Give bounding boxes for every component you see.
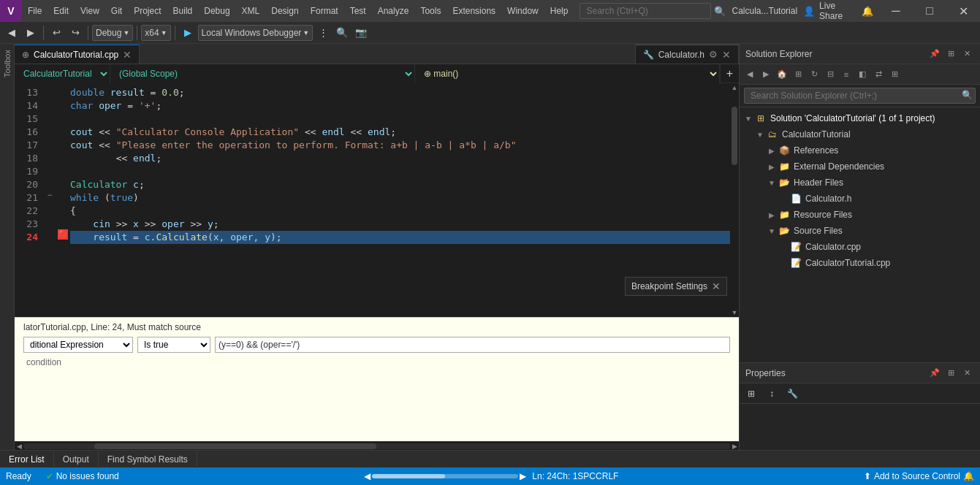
tab-h-close[interactable]: ✕ [722,49,731,61]
nav-member-select[interactable]: (Global Scope) [110,64,415,83]
hscroll-thumb[interactable] [94,443,377,449]
prop-wrench-btn[interactable]: 🔧 [783,386,801,402]
menu-tools[interactable]: Tools [414,0,447,22]
se-pin-button[interactable]: 📌 [927,47,942,61]
nav-function-select[interactable]: ⊕ main() [415,64,720,83]
maximize-button[interactable]: □ [913,0,946,22]
tab-error-list[interactable]: Error List [0,451,54,468]
toolbar-back-btn[interactable]: ◀ [3,24,20,42]
menu-xml[interactable]: XML [236,0,266,22]
status-progress-bar [372,474,518,478]
tab-find-symbol[interactable]: Find Symbol Results [99,451,197,468]
tree-calculator-cpp[interactable]: 📝 Calculator.cpp [740,239,980,255]
menu-view[interactable]: View [75,0,105,22]
menu-analyze[interactable]: Analyze [372,0,415,22]
menu-test[interactable]: Test [344,0,372,22]
tree-ext-deps[interactable]: ▶ 📁 External Dependencies [740,159,980,175]
tree-resource-files[interactable]: ▶ 📁 Resource Files [740,207,980,223]
debug-mode-arrow: ▼ [123,29,129,37]
tab-output[interactable]: Output [54,451,99,468]
hscroll-left[interactable]: ◀ [15,442,23,451]
se-view-btn[interactable]: ◧ [855,67,870,82]
toolbar-undo-btn[interactable]: ↩ [48,24,65,42]
tree-references[interactable]: ▶ 📦 References [740,142,980,159]
se-switch-btn[interactable]: ⇄ [871,67,886,82]
toolbox-panel: Toolbox [0,44,15,450]
toolbar-extra-btn[interactable]: ⋮ [314,24,332,42]
run-dropdown[interactable]: Local Windows Debugger ▼ [198,25,314,41]
prop-grid-btn[interactable]: ⊞ [742,386,760,402]
tab-calculator-h[interactable]: 🔧 Calculator.h ⚙ ✕ [636,45,739,64]
tree-references-label: References [794,145,838,156]
se-refresh-btn[interactable]: ↻ [807,67,821,82]
status-check-icon: ✔ [46,471,53,481]
vscroll-down[interactable]: ▼ [730,308,739,317]
tree-solution[interactable]: ▼ ⊞ Solution 'CalculatorTutorial' (1 of … [740,110,980,126]
nav-scope-select[interactable]: CalculatorTutorial [15,64,110,83]
prop-close-button[interactable]: ✕ [960,366,974,381]
menu-project[interactable]: Project [128,0,167,22]
platform-arrow: ▼ [161,29,167,37]
menu-help[interactable]: Help [544,0,574,22]
tree-calculator-h[interactable]: 📄 Calculator.h [740,191,980,207]
toolbar-search-btn[interactable]: 🔍 [333,24,351,42]
tree-header-files[interactable]: ▼ 📂 Header Files [740,175,980,191]
tree-project[interactable]: ▼ 🗂 CalculatorTutorial [740,126,980,142]
se-search-input[interactable] [744,88,976,104]
ext-deps-icon: 📁 [778,160,791,173]
bp-condition-select[interactable]: Is true [137,337,210,353]
tree-project-arrow: ▼ [754,131,766,139]
vscroll-thumb[interactable] [732,107,737,165]
breakpoint-settings-close[interactable]: ✕ [712,280,721,292]
tree-source-files[interactable]: ▼ 📂 Source Files [740,223,980,239]
liveshare-label[interactable]: Live Share [819,1,857,21]
toolbar-camera-btn[interactable]: 📷 [352,24,370,42]
tab-h-settings[interactable]: ⚙ [709,49,718,60]
se-settings-btn[interactable]: ⊞ [887,67,902,82]
hscroll-track[interactable] [23,443,730,449]
menu-window[interactable]: Window [501,0,544,22]
prop-pin-button[interactable]: 📌 [927,366,942,381]
minimize-button[interactable]: ─ [879,0,913,22]
prop-dock-button[interactable]: ⊞ [943,366,958,381]
breakpoint-settings-popup: Breakpoint Settings ✕ [625,277,727,296]
hscroll-right[interactable]: ▶ [730,442,739,451]
nav-add-button[interactable]: + [720,64,739,83]
se-forward-btn[interactable]: ▶ [759,67,773,82]
tab-calculator-tutorial-close[interactable]: ✕ [123,49,132,61]
bp-type-select[interactable]: ditional Expression [23,337,133,353]
toolbar-redo-btn[interactable]: ↪ [67,24,84,42]
status-issues: ✔ No issues found [46,471,119,481]
se-close-button[interactable]: ✕ [960,47,974,61]
vscroll-up[interactable]: ▲ [730,83,739,92]
vscroll-track[interactable] [730,92,739,308]
se-home-btn[interactable]: 🏠 [775,67,789,82]
menu-file[interactable]: File [22,0,48,22]
debug-mode-dropdown[interactable]: Debug ▼ [92,25,133,41]
menu-edit[interactable]: Edit [48,0,75,22]
search-input[interactable] [580,3,711,19]
menu-debug[interactable]: Debug [198,0,235,22]
menu-build[interactable]: Build [167,0,199,22]
editor-vscroll[interactable]: ▲ ▼ [730,83,739,317]
menu-git[interactable]: Git [105,0,128,22]
run-button[interactable]: ▶ [179,24,197,42]
menu-extensions[interactable]: Extensions [447,0,501,22]
se-search-icon: 🔍 [962,90,973,100]
platform-dropdown[interactable]: x64 ▼ [141,25,170,41]
se-filter-btn[interactable]: ≡ [839,67,854,82]
menu-design[interactable]: Design [265,0,304,22]
bp-expression-input[interactable] [215,337,730,353]
tab-calculator-tutorial[interactable]: ⊕ CalculatorTutorial.cpp ✕ [15,45,140,64]
se-collapse-btn[interactable]: ⊟ [823,67,837,82]
h-scrollbar[interactable]: ◀ ▶ [15,441,739,450]
close-button[interactable]: ✕ [946,0,980,22]
menu-format[interactable]: Format [305,0,344,22]
se-dock-button[interactable]: ⊞ [943,47,958,61]
prop-sort-btn[interactable]: ↕ [763,386,780,402]
se-properties-btn[interactable]: ⊞ [791,67,805,82]
se-back-btn[interactable]: ◀ [742,67,757,82]
toolbar-separator-2 [88,26,88,40]
tree-calculator-tutorial-cpp[interactable]: 📝 CalculatorTutorial.cpp [740,255,980,271]
toolbar-forward-btn[interactable]: ▶ [22,24,39,42]
